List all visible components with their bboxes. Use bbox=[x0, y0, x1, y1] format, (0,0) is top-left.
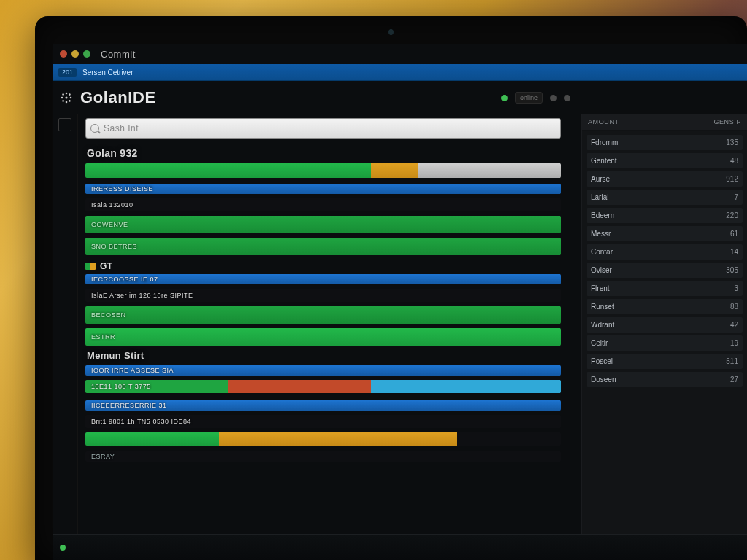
metric-bar: IICEEERRESERRIE 31 bbox=[85, 400, 561, 411]
window-minimize-icon[interactable] bbox=[71, 50, 79, 58]
search-icon bbox=[90, 124, 99, 133]
search-input[interactable]: Sash Int bbox=[85, 118, 561, 139]
svg-point-5 bbox=[69, 93, 71, 96]
metric-bar[interactable]: Estrr bbox=[85, 328, 561, 346]
sidebar-header-left: Amount bbox=[588, 118, 619, 125]
section-title-1: GT bbox=[85, 261, 561, 271]
brand-title: GolanIDE bbox=[80, 88, 156, 107]
brand-icon bbox=[60, 91, 73, 104]
metric-bar: IslaE Arser im 120 10re SIPITE bbox=[85, 289, 561, 302]
tab-badge: 201 bbox=[58, 68, 77, 77]
window-close-icon[interactable] bbox=[60, 50, 67, 58]
metric-bar[interactable]: Sno Betres bbox=[85, 238, 561, 255]
metric-bar: IOOR IRRE AGSESE SIA bbox=[85, 365, 561, 376]
status-chip[interactable]: online bbox=[515, 92, 543, 104]
metric-bar: Brit1 9801 1h TN5 0530 IDE84 bbox=[85, 415, 561, 428]
sidebar-row[interactable]: Poscel511 bbox=[587, 354, 743, 369]
svg-point-6 bbox=[62, 100, 64, 102]
section-title-2: Memun Stirt bbox=[87, 350, 561, 361]
usage-bar-0 bbox=[85, 163, 561, 178]
metric-bar: IRERESS DISEISE bbox=[85, 184, 561, 194]
sidebar-row[interactable]: Wdrant42 bbox=[587, 317, 743, 332]
metric-bar[interactable]: Gowenve bbox=[85, 216, 561, 233]
sidebar-row[interactable]: Celtir19 bbox=[587, 335, 743, 351]
svg-point-8 bbox=[65, 96, 67, 98]
sidebar-panel: Amount GENS P Fdromm135Gentent48Aurse912… bbox=[581, 114, 747, 535]
main-panel: Sash Int Golan 932 IRERESS DISEISE Isala… bbox=[78, 114, 581, 535]
metric-bar: 10E11 100 T 3775 bbox=[85, 380, 561, 393]
sidebar-row[interactable]: Aurse912 bbox=[587, 171, 743, 187]
gutter-icon[interactable] bbox=[58, 118, 71, 131]
metric-bar: Isala 132010 bbox=[85, 198, 561, 211]
svg-point-2 bbox=[61, 97, 63, 99]
status-online-icon bbox=[60, 545, 66, 551]
sidebar-row[interactable]: Bdeern220 bbox=[587, 208, 743, 223]
sidebar-row[interactable]: Larial7 bbox=[587, 190, 743, 205]
tab-strip[interactable]: 201 Sersen Cetriver bbox=[53, 64, 747, 81]
sidebar-row[interactable]: Messr61 bbox=[587, 226, 743, 241]
sidebar-row[interactable]: Gentent48 bbox=[587, 153, 743, 168]
tab-label: Sersen Cetriver bbox=[82, 69, 133, 77]
sidebar-row[interactable]: Contar14 bbox=[587, 244, 743, 260]
sidebar-row[interactable]: Oviser305 bbox=[587, 262, 743, 278]
left-gutter bbox=[53, 114, 78, 535]
status-online-icon bbox=[501, 95, 508, 101]
svg-point-1 bbox=[66, 101, 68, 104]
title-bar: Commit bbox=[53, 44, 747, 64]
svg-point-0 bbox=[66, 93, 68, 95]
metric-bar: Esray bbox=[85, 451, 561, 462]
status-grey-icon bbox=[550, 95, 557, 101]
camera-dot bbox=[388, 29, 394, 35]
sidebar-row[interactable]: Doseen27 bbox=[587, 372, 743, 387]
section-title-0: Golan 932 bbox=[87, 147, 561, 159]
sidebar-row[interactable]: Flrent3 bbox=[587, 281, 743, 296]
sidebar-list: Fdromm135Gentent48Aurse912Larial7Bdeern2… bbox=[582, 131, 747, 535]
window-title: Commit bbox=[101, 49, 136, 60]
metric-bar[interactable]: Becosen bbox=[85, 306, 561, 324]
svg-point-4 bbox=[62, 93, 64, 96]
window-maximize-icon[interactable] bbox=[83, 50, 90, 58]
usage-bar-3 bbox=[85, 432, 561, 446]
svg-point-3 bbox=[70, 97, 72, 99]
status-grey-icon-2 bbox=[564, 95, 570, 101]
sidebar-header: Amount GENS P bbox=[582, 114, 747, 131]
search-placeholder: Sash Int bbox=[104, 123, 139, 133]
sidebar-row[interactable]: Runset88 bbox=[587, 299, 743, 314]
app-header: GolanIDE online bbox=[53, 81, 747, 115]
sidebar-row[interactable]: Fdromm135 bbox=[587, 135, 743, 150]
sidebar-header-right: GENS P bbox=[713, 118, 741, 125]
svg-point-7 bbox=[69, 100, 71, 102]
section-badge-icon bbox=[85, 262, 96, 270]
metric-bar: IECRCOOSSE IE 07 bbox=[85, 274, 561, 284]
status-bar bbox=[53, 534, 747, 560]
